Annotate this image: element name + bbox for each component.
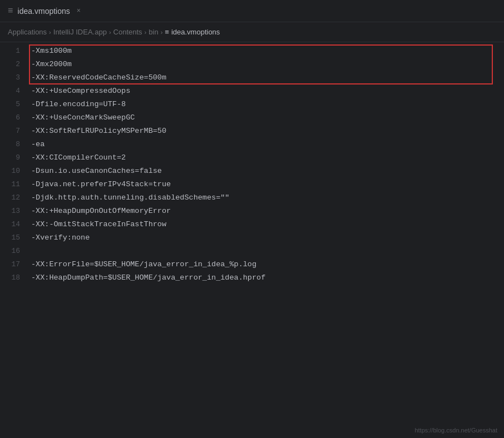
file-icon: ≡ xyxy=(8,6,13,16)
line-content-4[interactable]: -XX:+UseCompressedOops xyxy=(29,84,504,98)
breadcrumb-contents[interactable]: Contents xyxy=(113,28,142,36)
breadcrumb-intellij[interactable]: IntelliJ IDEA.app xyxy=(53,28,107,36)
line-number-2: 2 xyxy=(0,58,29,71)
line-number-10: 10 xyxy=(0,165,29,178)
line-number-1: 1 xyxy=(0,44,29,58)
line-content-10[interactable]: -Dsun.io.useCanonCaches=false xyxy=(29,165,504,178)
line-content-14[interactable]: -XX:-OmitStackTraceInFastThrow xyxy=(29,218,504,231)
line-content-18[interactable]: -XX:HeapDumpPath=$USER_HOME/java_error_i… xyxy=(29,271,504,285)
line-16: 16 xyxy=(0,245,504,258)
breadcrumb-sep-2: › xyxy=(109,29,111,36)
line-content-9[interactable]: -XX:CICompilerCount=2 xyxy=(29,151,504,165)
line-number-15: 15 xyxy=(0,231,29,245)
line-content-11[interactable]: -Djava.net.preferIPv4Stack=true xyxy=(29,178,504,191)
line-number-16: 16 xyxy=(0,245,29,258)
breadcrumb-applications[interactable]: Applications xyxy=(8,28,47,36)
highlighted-lines-group: 1 -Xms1000m 2 -Xmx2000m 3 -XX:ReservedCo… xyxy=(0,44,504,84)
breadcrumb-current: ≡ idea.vmoptions xyxy=(165,28,220,36)
breadcrumb-filename: idea.vmoptions xyxy=(171,28,220,36)
line-content-13[interactable]: -XX:+HeapDumpOnOutOfMemoryError xyxy=(29,205,504,218)
breadcrumb-sep-4: › xyxy=(161,29,163,36)
line-18: 18 -XX:HeapDumpPath=$USER_HOME/java_erro… xyxy=(0,271,504,285)
line-10: 10 -Dsun.io.useCanonCaches=false xyxy=(0,165,504,178)
line-4: 4 -XX:+UseCompressedOops xyxy=(0,84,504,98)
line-8: 8 -ea xyxy=(0,138,504,151)
line-number-7: 7 xyxy=(0,125,29,138)
watermark: https://blog.csdn.net/Guesshat xyxy=(414,427,497,434)
line-number-4: 4 xyxy=(0,84,29,98)
line-13: 13 -XX:+HeapDumpOnOutOfMemoryError xyxy=(0,205,504,218)
line-content-12[interactable]: -Djdk.http.auth.tunneling.disabledScheme… xyxy=(29,191,504,205)
line-7: 7 -XX:SoftRefLRUPolicyMSPerMB=50 xyxy=(0,125,504,138)
line-number-14: 14 xyxy=(0,218,29,231)
line-number-11: 11 xyxy=(0,178,29,191)
line-12: 12 -Djdk.http.auth.tunneling.disabledSch… xyxy=(0,191,504,205)
title-bar: ≡ idea.vmoptions × xyxy=(0,0,504,22)
line-number-3: 3 xyxy=(0,71,29,84)
line-content-8[interactable]: -ea xyxy=(29,138,504,151)
breadcrumb-bin[interactable]: bin xyxy=(149,28,158,36)
line-number-17: 17 xyxy=(0,258,29,271)
line-content-15[interactable]: -Xverify:none xyxy=(29,231,504,245)
line-11: 11 -Djava.net.preferIPv4Stack=true xyxy=(0,178,504,191)
file-icon-breadcrumb: ≡ xyxy=(165,28,169,36)
line-content-2[interactable]: -Xmx2000m xyxy=(29,58,504,71)
line-1: 1 -Xms1000m xyxy=(0,44,504,58)
line-content-5[interactable]: -Dfile.encoding=UTF-8 xyxy=(29,98,504,111)
line-number-9: 9 xyxy=(0,151,29,165)
editor-area[interactable]: 1 -Xms1000m 2 -Xmx2000m 3 -XX:ReservedCo… xyxy=(0,42,504,438)
line-number-6: 6 xyxy=(0,111,29,125)
line-15: 15 -Xverify:none xyxy=(0,231,504,245)
breadcrumb: Applications › IntelliJ IDEA.app › Conte… xyxy=(0,22,504,42)
line-5: 5 -Dfile.encoding=UTF-8 xyxy=(0,98,504,111)
line-number-13: 13 xyxy=(0,205,29,218)
title-text: idea.vmoptions xyxy=(18,7,70,16)
line-content-3[interactable]: -XX:ReservedCodeCacheSize=500m xyxy=(29,71,504,84)
line-number-12: 12 xyxy=(0,191,29,205)
breadcrumb-sep-1: › xyxy=(49,29,51,36)
line-content-6[interactable]: -XX:+UseConcMarkSweepGC xyxy=(29,111,504,125)
line-content-1[interactable]: -Xms1000m xyxy=(29,44,504,58)
breadcrumb-sep-3: › xyxy=(145,29,147,36)
line-number-5: 5 xyxy=(0,98,29,111)
line-9: 9 -XX:CICompilerCount=2 xyxy=(0,151,504,165)
line-number-8: 8 xyxy=(0,138,29,151)
line-17: 17 -XX:ErrorFile=$USER_HOME/java_error_i… xyxy=(0,258,504,271)
line-content-17[interactable]: -XX:ErrorFile=$USER_HOME/java_error_in_i… xyxy=(29,258,504,271)
line-14: 14 -XX:-OmitStackTraceInFastThrow xyxy=(0,218,504,231)
line-content-16[interactable] xyxy=(29,245,504,258)
line-6: 6 -XX:+UseConcMarkSweepGC xyxy=(0,111,504,125)
line-3: 3 -XX:ReservedCodeCacheSize=500m xyxy=(0,71,504,84)
line-2: 2 -Xmx2000m xyxy=(0,58,504,71)
close-button[interactable]: × xyxy=(77,7,81,15)
line-content-7[interactable]: -XX:SoftRefLRUPolicyMSPerMB=50 xyxy=(29,125,504,138)
line-number-18: 18 xyxy=(0,271,29,285)
